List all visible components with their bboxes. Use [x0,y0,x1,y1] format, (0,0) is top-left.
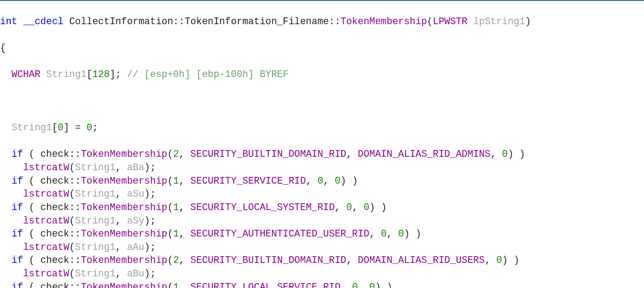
function-name: TokenMembership [340,16,427,27]
code-line [0,95,644,108]
keyword-if: if [12,255,23,266]
check-ns: check [40,202,69,213]
arg-symbol: SECURITY_AUTHENTICATED_USER_RID [191,228,369,239]
cat-fn: lstrcatW [23,242,69,253]
brace-open: { [0,43,6,53]
arg-number: 0 [318,176,323,186]
arg-symbol: SECURITY_BUILTIN_DOMAIN_RID [191,255,346,266]
check-ns: check [40,255,69,266]
code-line: if ( check::TokenMembership(1, SECURITY_… [0,228,644,241]
cat-arg1: aSy [127,215,144,226]
keyword-if: if [12,149,23,159]
arg-symbol: SECURITY_SERVICE_RID [191,176,306,186]
check-ns: check [40,282,69,288]
cat-arg1: aBu [127,268,144,279]
decl-type: WCHAR [12,69,41,80]
check-fn: TokenMembership [81,149,168,159]
arg-number: 0 [346,202,352,213]
cat-fn: lstrcatW [23,162,69,173]
arg-symbol: DOMAIN_ALIAS_RID_ADMINS [358,149,491,159]
arg-number: 1 [173,202,179,213]
arg-number: 0 [496,255,502,266]
code-line: lstrcatW(String1, aBu); [0,267,644,281]
check-fn: TokenMembership [81,255,168,266]
check-ns: check [40,176,69,186]
code-line: lstrcatW(String1, aSu); [0,188,644,201]
keyword-int: int [0,16,17,27]
cat-arg1: aBa [127,162,144,173]
param-name: lpString1 [473,16,525,27]
arg-number: 0 [352,282,358,288]
decompiler-code-view: int __cdecl CollectInformation::TokenInf… [0,0,644,288]
arg-number: 2 [173,255,179,266]
arg-symbol: DOMAIN_ALIAS_RID_USERS [358,255,485,266]
code-line: WCHAR String1[128]; // [esp+0h] [ebp-100… [0,68,644,82]
cat-arg0: String1 [75,242,115,253]
code-line: int __cdecl CollectInformation::TokenInf… [0,15,644,29]
arg-number: 0 [335,176,340,186]
cat-fn: lstrcatW [23,189,69,199]
keyword-if: if [12,228,23,239]
arg-symbol: SECURITY_LOCAL_SYSTEM_RID [191,202,335,213]
code-line: lstrcatW(String1, aAu); [0,241,644,254]
arg-number: 1 [173,176,179,186]
check-ns: check [40,228,69,239]
arg-number: 1 [173,282,179,288]
code-line: { [0,42,644,55]
init-var: String1 [12,122,52,133]
arg-number: 0 [398,228,404,239]
param-type: LPWSTR [433,16,467,27]
decl-dim: 128 [92,69,110,80]
cat-fn: lstrcatW [23,215,69,226]
cat-arg1: aSu [127,189,144,199]
arg-number: 2 [173,149,179,159]
check-fn: TokenMembership [81,202,168,213]
init-idx: 0 [58,122,64,133]
check-ns: check [40,149,69,159]
cat-fn: lstrcatW [23,268,69,279]
arg-number: 0 [364,202,369,213]
decl-comment: // [esp+0h] [ebp-100h] BYREF [127,69,288,80]
code-line: if ( check::TokenMembership(1, SECURITY_… [0,175,644,188]
arg-number: 0 [381,228,387,239]
code-line: if ( check::TokenMembership(2, SECURITY_… [0,148,644,161]
cat-arg0: String1 [75,162,115,173]
cat-arg0: String1 [75,215,115,226]
arg-number: 0 [502,149,508,159]
keyword-if: if [12,176,23,186]
code-line: if ( check::TokenMembership(1, SECURITY_… [0,281,644,288]
keyword-if: if [12,282,23,288]
class-name-1: CollectInformation [69,16,173,27]
cat-arg0: String1 [75,189,115,199]
init-val: 0 [87,122,93,133]
decl-var: String1 [46,69,86,80]
check-fn: TokenMembership [81,228,168,239]
code-line: lstrcatW(String1, aSy); [0,215,644,228]
code-line: if ( check::TokenMembership(2, SECURITY_… [0,254,644,267]
arg-number: 0 [369,282,375,288]
check-fn: TokenMembership [81,176,168,186]
code-line: String1[0] = 0; [0,121,644,135]
class-name-2: TokenInformation_Filename [185,16,329,27]
cat-arg0: String1 [75,268,115,279]
arg-number: 1 [173,228,179,239]
check-fn: TokenMembership [81,282,168,288]
keyword-if: if [12,202,23,213]
arg-symbol: SECURITY_LOCAL_SERVICE_RID [191,282,340,288]
cat-arg1: aAu [127,242,144,253]
code-line: if ( check::TokenMembership(1, SECURITY_… [0,201,644,215]
arg-symbol: SECURITY_BUILTIN_DOMAIN_RID [191,149,346,159]
code-line: lstrcatW(String1, aBa); [0,161,644,175]
keyword-cdecl: __cdecl [23,16,64,27]
